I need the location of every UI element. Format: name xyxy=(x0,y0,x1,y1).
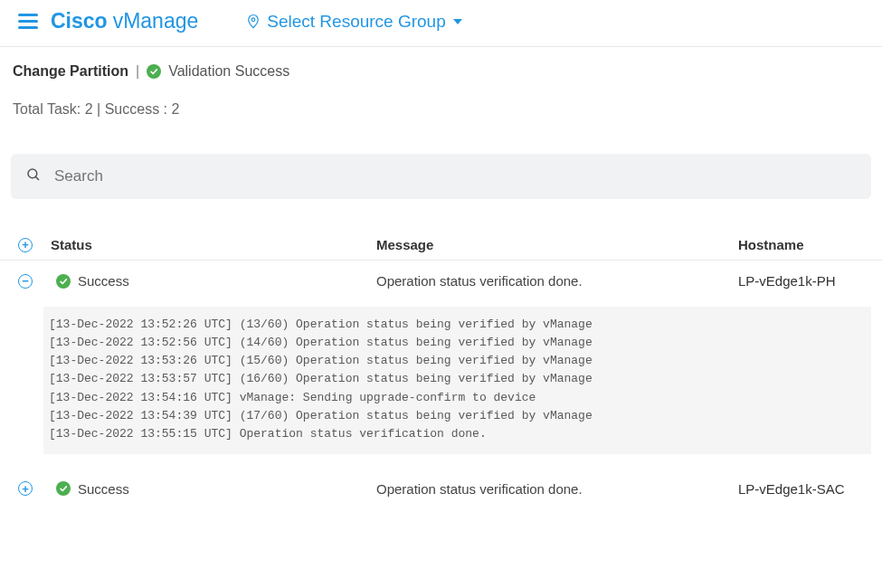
log-line: [13-Dec-2022 13:53:26 UTC] (15/60) Opera… xyxy=(49,352,866,370)
check-circle-icon xyxy=(147,64,161,79)
menu-icon[interactable] xyxy=(18,12,38,32)
table-header-row: + Status Message Hostname xyxy=(0,224,882,261)
status-cell: Success xyxy=(51,273,376,289)
brand-logo[interactable]: Cisco vManage xyxy=(51,9,198,33)
table-row: − Success Operation status verification … xyxy=(0,261,882,301)
status-label: Success xyxy=(78,481,129,497)
expand-all-cell: + xyxy=(0,238,51,252)
svg-line-2 xyxy=(35,176,39,180)
search-icon xyxy=(25,166,42,186)
status-label: Success xyxy=(78,273,129,289)
message-cell: Operation status verification done. xyxy=(376,273,738,289)
log-line: [13-Dec-2022 13:53:57 UTC] (16/60) Opera… xyxy=(49,370,866,388)
col-hostname: Hostname xyxy=(738,237,882,252)
message-cell: Operation status verification done. xyxy=(376,481,738,497)
hostname-cell: LP-vEdge1k-SAC xyxy=(738,481,882,497)
summary-line: Change Partition | Validation Success xyxy=(13,63,869,80)
resource-group-selector[interactable]: Select Resource Group xyxy=(245,12,462,32)
resource-group-label: Select Resource Group xyxy=(267,12,446,32)
log-line: [13-Dec-2022 13:52:56 UTC] (14/60) Opera… xyxy=(49,334,866,352)
search-input[interactable] xyxy=(54,167,857,185)
expand-row-button[interactable]: + xyxy=(18,481,33,496)
status-cell: Success xyxy=(51,481,376,497)
log-line: [13-Dec-2022 13:54:16 UTC] vManage: Send… xyxy=(49,389,866,407)
validation-status: Validation Success xyxy=(168,63,289,80)
svg-point-1 xyxy=(28,169,37,178)
chevron-down-icon xyxy=(453,19,462,24)
log-line: [13-Dec-2022 13:55:15 UTC] Operation sta… xyxy=(49,425,866,443)
check-circle-icon xyxy=(56,481,71,496)
app-header: Cisco vManage Select Resource Group xyxy=(0,0,882,47)
hostname-cell: LP-vEdge1k-PH xyxy=(738,273,882,289)
svg-point-0 xyxy=(251,17,255,21)
pipe-separator: | xyxy=(136,63,139,80)
task-table: + Status Message Hostname − Success Oper… xyxy=(0,224,882,509)
expand-all-button[interactable]: + xyxy=(18,238,33,252)
collapse-row-button[interactable]: − xyxy=(18,274,33,289)
page-title: Change Partition xyxy=(13,63,128,80)
location-pin-icon xyxy=(245,12,261,32)
brand-vmanage: vManage xyxy=(113,9,199,33)
log-panel: [13-Dec-2022 13:52:26 UTC] (13/60) Opera… xyxy=(43,307,871,454)
log-line: [13-Dec-2022 13:52:26 UTC] (13/60) Opera… xyxy=(49,316,866,334)
brand-cisco: Cisco xyxy=(51,9,108,33)
search-bar[interactable] xyxy=(11,154,871,199)
col-message: Message xyxy=(376,237,738,252)
col-status: Status xyxy=(51,237,376,252)
log-line: [13-Dec-2022 13:54:39 UTC] (17/60) Opera… xyxy=(49,407,866,425)
summary-panel: Change Partition | Validation Success To… xyxy=(0,47,882,123)
check-circle-icon xyxy=(56,274,71,289)
table-row: + Success Operation status verification … xyxy=(0,469,882,509)
task-counts: Total Task: 2 | Success : 2 xyxy=(13,101,869,118)
